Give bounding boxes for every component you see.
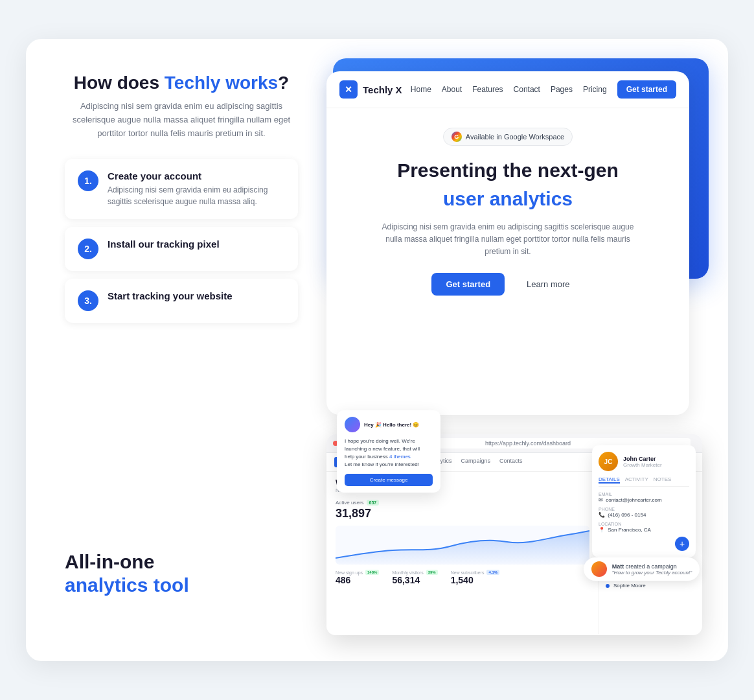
profile-avatar: JC: [599, 452, 618, 471]
active-users-value: 31,897: [336, 507, 379, 520]
notification-text: Matt created a campaign: [612, 563, 692, 570]
email-header: Hey 🎉 Hello there! 😊: [345, 417, 433, 432]
hero-card: ✕ Techly X Home About Features Contact P…: [326, 71, 689, 415]
dash-nav-campaigns[interactable]: Campaigns: [461, 458, 490, 467]
step-2-card: 2. Install our tracking pixel: [65, 227, 298, 271]
dash-nav-contacts[interactable]: Contacts: [499, 458, 523, 467]
notification-avatar: [591, 561, 607, 577]
email-body: I hope you're doing well. We're launchin…: [345, 438, 433, 469]
main-card: How does Techly works? Adipiscing nisi s…: [26, 39, 728, 661]
nav-contact[interactable]: Contact: [514, 85, 540, 94]
step-3-content: Start tracking your website: [108, 290, 233, 304]
hero-nav: ✕ Techly X Home About Features Contact P…: [326, 71, 689, 108]
logo-icon: ✕: [339, 80, 358, 99]
chart-area: [336, 526, 589, 565]
step-2-number: 2.: [78, 239, 98, 259]
step-2-content: Install our tracking pixel: [108, 239, 220, 252]
create-message-button[interactable]: Create message: [345, 474, 433, 486]
email-sender-avatar: [345, 417, 360, 432]
step-1-card: 1. Create your account Adipiscing nisi s…: [65, 159, 298, 219]
analytics-tool-label: analytics tool: [65, 574, 189, 596]
nav-pricing[interactable]: Pricing: [583, 85, 607, 94]
section-subtitle: Adipiscing nisi sem gravida enim eu adip…: [65, 100, 298, 140]
active-users-stat: Active users 657 31,897: [336, 500, 379, 520]
new-signups-stat: New sign ups 148% 486: [336, 570, 379, 585]
step-1-number: 1.: [78, 170, 98, 191]
profile-add-button[interactable]: +: [675, 537, 689, 551]
nav-logo: ✕ Techly X: [339, 80, 402, 99]
nav-features[interactable]: Features: [472, 85, 503, 94]
hero-get-started-button[interactable]: Get started: [431, 273, 505, 296]
profile-panel: JC John Carter Growth Marketer DETAILS A…: [592, 445, 696, 557]
profile-role: Growth Marketer: [623, 462, 662, 468]
phone-icon: 📞: [599, 512, 605, 518]
profile-email-field: EMAIL ✉ contact@johncarter.com: [599, 492, 689, 503]
hero-title-line2: user analytics: [352, 187, 663, 211]
hero-learn-more-button[interactable]: Learn more: [512, 273, 584, 296]
workspace-badge: G Available in Google Workspace: [443, 128, 573, 146]
nav-pages[interactable]: Pages: [551, 85, 573, 94]
step-3-title: Start tracking your website: [108, 290, 233, 301]
step-1-desc: Adipiscing nisi sem gravida enim eu adip…: [108, 184, 285, 207]
nav-get-started-button[interactable]: Get started: [617, 80, 676, 99]
step-3-number: 3.: [78, 290, 98, 311]
notification-quote: "How to grow your Techly account": [612, 570, 692, 576]
all-in-one-label: All-in-one: [65, 549, 189, 574]
hero-body: G Available in Google Workspace Presenti…: [326, 108, 689, 331]
step-3-card: 3. Start tracking your website: [65, 279, 298, 323]
profile-phone-field: PHONE 📞 (416) 096 - 0154: [599, 507, 689, 518]
profile-location-field: LOCATION 📍 San Francisco, CA: [599, 522, 689, 533]
bottom-left-text: All-in-one analytics tool: [65, 549, 189, 596]
notification-badge: Matt created a campaign "How to grow you…: [584, 557, 700, 581]
monthly-visitors-stat: Monthly visitors 39% 56,314: [392, 570, 437, 585]
profile-header: JC John Carter Growth Marketer: [599, 452, 689, 471]
email-from: Hey 🎉 Hello there! 😊: [364, 422, 419, 428]
profile-tabs: DETAILS ACTIVITY NOTES: [599, 476, 689, 487]
profile-tab-details[interactable]: DETAILS: [599, 476, 620, 484]
section-title: How does Techly works?: [65, 71, 298, 95]
profile-tab-activity[interactable]: ACTIVITY: [625, 476, 648, 484]
hero-description: Adipiscing nisi sem gravida enim eu adip…: [378, 221, 637, 259]
email-icon: ✉: [599, 497, 603, 503]
location-icon: 📍: [599, 527, 605, 533]
new-subscribers-stat: New subscribers 4.1% 1,540: [451, 570, 499, 585]
contact-row-8: Sophie Moore: [599, 580, 702, 591]
nav-links: Home About Features Contact Pages Pricin…: [411, 80, 676, 99]
steps-container: 1. Create your account Adipiscing nisi s…: [65, 159, 298, 323]
profile-tab-notes[interactable]: NOTES: [654, 476, 672, 484]
bottom-stats: New sign ups 148% 486 Monthly visitors 3…: [336, 570, 589, 585]
dashboard-stats: Active users 657 31,897: [336, 500, 589, 520]
step-2-title: Install our tracking pixel: [108, 239, 220, 250]
hero-title-line1: Presenting the next-gen: [352, 159, 663, 182]
nav-home[interactable]: Home: [411, 85, 431, 94]
hero-buttons: Get started Learn more: [352, 273, 663, 296]
dashboard-main: Welcome back, John Nov 24, 2022 Active u…: [326, 472, 599, 634]
step-1-title: Create your account: [108, 170, 285, 181]
google-icon: G: [451, 132, 462, 142]
profile-name: John Carter: [623, 456, 662, 462]
email-overlay: Hey 🎉 Hello there! 😊 I hope you're doing…: [337, 410, 440, 493]
left-panel: How does Techly works? Adipiscing nisi s…: [65, 71, 298, 323]
nav-about[interactable]: About: [442, 85, 462, 94]
step-1-content: Create your account Adipiscing nisi sem …: [108, 170, 285, 207]
